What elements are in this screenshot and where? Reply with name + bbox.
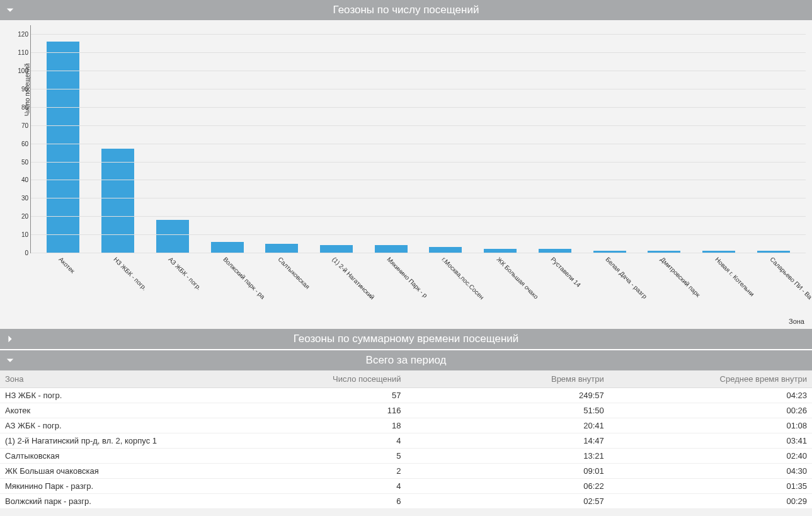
chart-container: Число посещений 010203040506070809010011…	[0, 20, 812, 329]
cell-time: 20:41	[406, 418, 609, 433]
y-tick-label: 30	[13, 195, 28, 202]
table-row[interactable]: НЗ ЖБК - погр.57249:5704:23	[0, 388, 812, 403]
col-zone[interactable]: Зона	[0, 370, 276, 388]
bar-slot	[200, 25, 254, 253]
table-row[interactable]: ЖК Большая очаковская209:0104:30	[0, 464, 812, 479]
gridline	[31, 180, 806, 180]
bar[interactable]	[429, 247, 462, 253]
gridline	[31, 198, 806, 198]
y-tick-label: 120	[13, 31, 28, 38]
bar-slot	[145, 25, 200, 253]
totals-table: Зона Число посещений Время внутри Средне…	[0, 370, 812, 509]
cell-zone: Акотек	[0, 403, 276, 418]
cell-visits: 4	[276, 433, 406, 449]
gridline	[31, 234, 806, 235]
x-tick-label: АЗ ЖБК - погр.	[167, 256, 202, 291]
cell-avg: 04:30	[609, 464, 812, 479]
gridline	[31, 125, 806, 126]
cell-avg: 01:35	[609, 479, 812, 494]
x-tick-label: Салтыковская	[277, 256, 311, 290]
cell-avg: 00:29	[609, 494, 812, 509]
cell-zone: Мякинино Парк - разгр.	[0, 479, 276, 494]
table-row[interactable]: Салтыковская513:2102:40	[0, 449, 812, 464]
table-row[interactable]: Волжский парк - разгр.602:5700:29	[0, 494, 812, 509]
cell-avg: 04:23	[609, 388, 812, 403]
table-row[interactable]: АЗ ЖБК - погр.1820:4101:08	[0, 418, 812, 433]
cell-zone: (1) 2-й Нагатинский пр-д, вл. 2, корпус …	[0, 433, 276, 449]
gridline	[31, 144, 806, 144]
bar[interactable]	[211, 242, 244, 253]
col-time[interactable]: Время внутри	[406, 370, 609, 388]
cell-time: 14:47	[406, 433, 609, 449]
y-tick-label: 50	[13, 158, 28, 165]
y-tick-label: 90	[13, 86, 28, 93]
cell-time: 13:21	[406, 449, 609, 464]
y-tick-label: 80	[13, 103, 28, 110]
cell-visits: 5	[276, 449, 406, 464]
bar-slot	[309, 25, 364, 253]
cell-visits: 116	[276, 403, 406, 418]
section-title: Всего за период	[366, 354, 447, 366]
gridline	[31, 71, 806, 71]
bar-slot	[637, 25, 692, 253]
y-tick-label: 110	[13, 49, 28, 56]
section-header-chart[interactable]: Геозоны по числу посещений	[0, 0, 812, 20]
cell-visits: 4	[276, 479, 406, 494]
bar[interactable]	[101, 149, 134, 253]
bar-slot	[91, 25, 146, 253]
cell-time: 06:22	[406, 479, 609, 494]
table-row[interactable]: Акотек11651:5000:26	[0, 403, 812, 418]
bar-slot	[363, 25, 418, 253]
cell-time: 02:57	[406, 494, 609, 509]
chevron-down-icon	[5, 355, 15, 365]
chart-plot-area: 0102030405060708090100110120	[30, 25, 806, 253]
chevron-right-icon	[5, 334, 15, 344]
table-row[interactable]: (1) 2-й Нагатинский пр-д, вл. 2, корпус …	[0, 433, 812, 449]
bar-slot	[582, 25, 637, 253]
col-avg[interactable]: Среднее время внутри	[609, 370, 812, 388]
section-header-collapsed[interactable]: Геозоны по суммарному времени посещений	[0, 329, 812, 349]
cell-zone: НЗ ЖБК - погр.	[0, 388, 276, 403]
y-tick-label: 20	[13, 213, 28, 220]
section-title: Геозоны по суммарному времени посещений	[294, 333, 519, 345]
bar[interactable]	[320, 245, 353, 253]
section-header-totals[interactable]: Всего за период	[0, 350, 812, 370]
y-tick-label: 0	[13, 249, 28, 256]
x-tick-label: НЗ ЖБК - погр.	[112, 256, 148, 292]
bar-slot	[254, 25, 309, 253]
x-axis-title: Зона	[789, 318, 804, 325]
bar[interactable]	[47, 42, 79, 253]
y-tick-label: 70	[13, 122, 28, 129]
x-tick-label: Акотек	[58, 256, 77, 275]
cell-avg: 03:41	[609, 433, 812, 449]
cell-avg: 01:08	[609, 418, 812, 433]
cell-visits: 18	[276, 418, 406, 433]
bar-slot	[418, 25, 473, 253]
gridline	[31, 107, 806, 108]
cell-visits: 57	[276, 388, 406, 403]
y-tick-label: 10	[13, 231, 28, 238]
section-title: Геозоны по числу посещений	[333, 4, 479, 16]
gridline	[31, 89, 806, 89]
bar[interactable]	[265, 244, 298, 253]
cell-zone: АЗ ЖБК - погр.	[0, 418, 276, 433]
gridline	[31, 162, 806, 163]
bar-slot	[527, 25, 582, 253]
x-tick-label: Руставели 14	[550, 256, 583, 289]
table-header-row: Зона Число посещений Время внутри Средне…	[0, 370, 812, 388]
cell-visits: 6	[276, 494, 406, 509]
col-visits[interactable]: Число посещений	[276, 370, 406, 388]
cell-zone: Салтыковская	[0, 449, 276, 464]
bar-slot	[36, 25, 91, 253]
chevron-down-icon	[5, 5, 15, 15]
bar[interactable]	[156, 220, 189, 253]
table-row[interactable]: Мякинино Парк - разгр.406:2201:35	[0, 479, 812, 494]
gridline	[31, 216, 806, 217]
gridline	[31, 34, 806, 35]
cell-time: 249:57	[406, 388, 609, 403]
cell-time: 51:50	[406, 403, 609, 418]
x-tick-label: Саларьево ПИ - Ва	[769, 256, 812, 301]
cell-avg: 02:40	[609, 449, 812, 464]
bar-slot	[473, 25, 528, 253]
bar[interactable]	[375, 245, 408, 253]
